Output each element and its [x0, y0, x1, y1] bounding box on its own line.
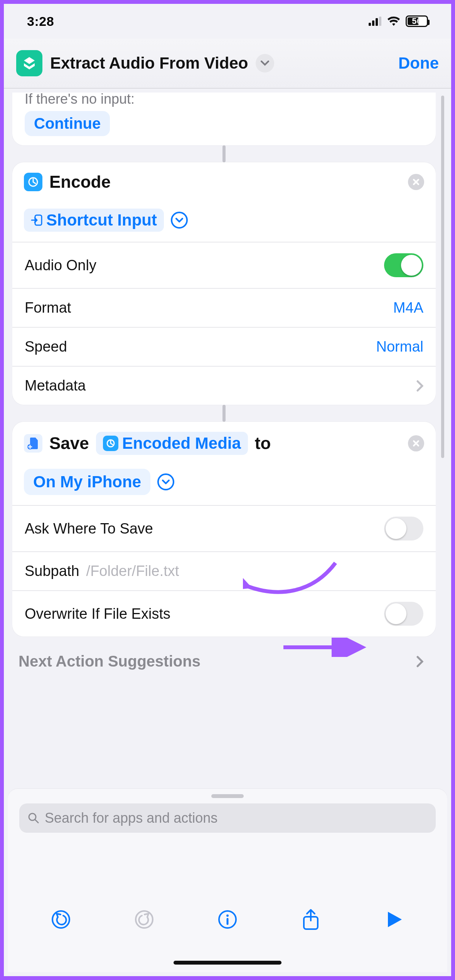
svg-rect-3	[379, 17, 381, 26]
shortcut-input-text: Shortcut Input	[46, 211, 157, 229]
shortcut-input-token[interactable]: Shortcut Input	[24, 209, 164, 232]
no-input-card: If there's no input: Continue	[12, 93, 436, 145]
destination-pill[interactable]: On My iPhone	[24, 469, 150, 495]
title-menu-button[interactable]	[256, 54, 274, 72]
input-icon	[31, 214, 42, 226]
media-icon	[103, 436, 118, 451]
connector-line	[222, 145, 226, 162]
destination-options-button[interactable]	[157, 473, 174, 490]
save-verb: Save	[49, 434, 89, 453]
shortcut-app-icon	[16, 50, 42, 76]
svg-point-12	[226, 914, 229, 917]
search-field[interactable]: Search for apps and actions	[19, 803, 436, 833]
audio-only-label: Audio Only	[25, 257, 96, 274]
overwrite-label: Overwrite If File Exists	[25, 606, 170, 622]
media-icon	[24, 173, 42, 191]
wifi-icon	[387, 16, 400, 26]
encoded-media-token[interactable]: Encoded Media	[96, 432, 248, 455]
suggestions-title: Next Action Suggestions	[19, 653, 201, 670]
redo-button[interactable]	[132, 907, 157, 932]
subpath-label: Subpath	[25, 563, 79, 579]
cellular-icon	[369, 17, 382, 26]
info-button[interactable]	[215, 907, 240, 932]
speed-label: Speed	[25, 338, 67, 355]
chevron-right-icon	[416, 380, 423, 392]
next-action-suggestions[interactable]: Next Action Suggestions	[12, 636, 436, 670]
battery-pct: 56	[408, 16, 426, 26]
audio-only-row: Audio Only	[12, 242, 436, 288]
home-indicator	[174, 961, 281, 965]
drawer-grabber[interactable]	[211, 794, 244, 798]
search-icon	[28, 812, 39, 824]
encode-title: Encode	[49, 172, 111, 192]
overwrite-row: Overwrite If File Exists	[12, 590, 436, 636]
svg-rect-1	[372, 20, 374, 26]
metadata-row[interactable]: Metadata	[12, 366, 436, 405]
format-value: M4A	[393, 300, 423, 316]
share-button[interactable]	[298, 907, 323, 932]
metadata-label: Metadata	[25, 377, 86, 394]
connector-line	[222, 405, 226, 422]
svg-rect-0	[369, 23, 371, 26]
action-drawer: Search for apps and actions	[8, 789, 447, 972]
subpath-row[interactable]: Subpath /Folder/File.txt	[12, 551, 436, 590]
battery-icon: 56	[406, 15, 428, 27]
done-button[interactable]: Done	[398, 54, 439, 72]
navbar: Extract Audio From Video Done	[4, 39, 451, 89]
format-label: Format	[25, 300, 71, 316]
subpath-placeholder: /Folder/File.txt	[86, 563, 179, 579]
encoded-media-text: Encoded Media	[122, 434, 241, 453]
audio-only-toggle[interactable]	[384, 253, 423, 277]
status-bar: 3:28 56	[4, 4, 451, 39]
format-row[interactable]: Format M4A	[12, 288, 436, 327]
run-button[interactable]	[382, 907, 406, 932]
search-placeholder: Search for apps and actions	[45, 810, 217, 826]
shortcut-title[interactable]: Extract Audio From Video	[50, 54, 248, 72]
scroll-indicator	[441, 96, 444, 458]
save-action-card: Save Encoded Media to On My iPhone	[12, 422, 436, 636]
overwrite-toggle[interactable]	[384, 602, 423, 626]
expand-options-button[interactable]	[171, 212, 188, 229]
encode-action-card: Encode Shortcut Input Audio Only	[12, 162, 436, 405]
svg-rect-13	[227, 918, 229, 925]
destination-text: On My iPhone	[33, 473, 141, 491]
no-input-action-pill[interactable]: Continue	[25, 111, 110, 136]
delete-action-button[interactable]	[408, 435, 424, 451]
speed-value: Normal	[376, 338, 423, 355]
ask-where-label: Ask Where To Save	[25, 520, 153, 537]
file-icon	[24, 434, 42, 453]
save-to-word: to	[255, 434, 271, 453]
no-input-label: If there's no input:	[25, 93, 423, 107]
undo-button[interactable]	[49, 907, 73, 932]
status-time: 3:28	[27, 14, 54, 29]
speed-row[interactable]: Speed Normal	[12, 327, 436, 366]
svg-rect-2	[376, 18, 378, 26]
chevron-right-icon	[416, 656, 423, 667]
ask-where-row: Ask Where To Save	[12, 505, 436, 551]
delete-action-button[interactable]	[408, 174, 424, 190]
no-input-action-text: Continue	[34, 115, 101, 132]
ask-where-toggle[interactable]	[384, 517, 423, 541]
bottom-toolbar	[8, 898, 447, 941]
